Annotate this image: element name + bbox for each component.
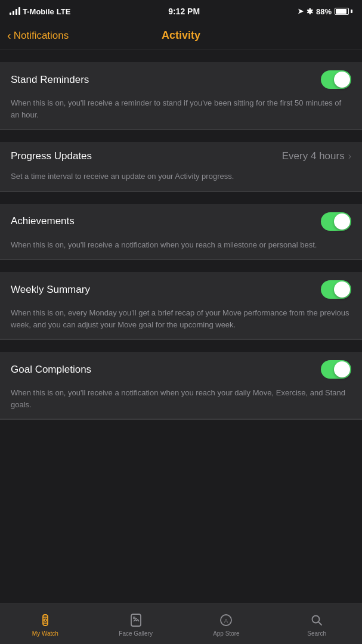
stand-reminders-row: Stand Reminders [0,62,362,97]
back-label: Notifications [14,30,69,42]
progress-updates-value: Every 4 hours › [282,150,351,162]
toggle-knob [334,281,350,298]
progress-updates-item: Progress Updates Every 4 hours › Set a t… [0,142,362,192]
svg-text:A: A [224,618,228,624]
achievements-label: Achievements [11,215,75,227]
progress-updates-value-text: Every 4 hours [282,150,345,162]
carrier-label: T-Mobile [23,7,54,16]
achievements-toggle[interactable] [321,212,351,231]
carrier-info: T-Mobile LTE [10,7,70,16]
achievements-item: Achievements When this is on, you'll rec… [0,204,362,261]
tab-face-gallery[interactable]: Face Gallery [91,607,181,642]
face-gallery-icon [128,612,144,628]
search-tab-label: Search [307,630,326,637]
toggle-knob [334,72,350,88]
weekly-summary-desc: When this is on, every Monday you'll get… [0,307,362,339]
svg-line-10 [318,622,321,625]
stand-reminders-desc: When this is on, you'll receive a remind… [0,97,362,129]
signal-icon [10,8,20,15]
weekly-summary-row: Weekly Summary [0,272,362,307]
svg-rect-0 [43,615,48,626]
weekly-summary-label: Weekly Summary [11,284,90,296]
goal-completions-desc: When this is on, you'll receive a notifi… [0,387,362,419]
tab-app-store[interactable]: A App Store [181,607,272,642]
svg-point-3 [44,619,47,621]
app-store-icon: A [218,612,234,628]
main-content: Stand Reminders When this is on, you'll … [0,50,362,603]
network-label: LTE [57,7,71,16]
battery-percent: 88% [316,7,332,16]
page-title: Activity [162,29,200,42]
tab-search[interactable]: Search [271,607,362,642]
goal-completions-toggle[interactable] [321,360,351,379]
settings-section: Stand Reminders When this is on, you'll … [0,62,362,420]
my-watch-tab-label: My Watch [32,630,58,637]
goal-completions-label: Goal Completions [11,364,91,376]
search-icon [308,612,325,628]
location-icon: ➤ [298,7,304,16]
tab-my-watch[interactable]: My Watch [0,607,91,642]
bluetooth-icon: ✱ [307,7,313,16]
my-watch-icon [37,612,54,628]
progress-updates-chevron-icon: › [348,151,351,162]
progress-updates-row[interactable]: Progress Updates Every 4 hours › [0,142,362,171]
weekly-summary-item: Weekly Summary When this is on, every Mo… [0,272,362,340]
app-store-tab-label: App Store [213,630,239,637]
back-chevron-icon: ‹ [7,29,11,42]
stand-reminders-toggle[interactable] [321,70,351,89]
progress-updates-desc: Set a time interval to receive an update… [0,171,362,191]
time-label: 9:12 PM [168,7,200,16]
tab-bar: My Watch Face Gallery A App Store [0,603,362,644]
achievements-row: Achievements [0,204,362,239]
goal-completions-item: Goal Completions When this is on, you'll… [0,352,362,420]
navigation-header: ‹ Notifications Activity [0,21,362,50]
goal-completions-row: Goal Completions [0,352,362,387]
progress-updates-label: Progress Updates [11,150,92,162]
battery-indicator [335,8,352,15]
toggle-knob [334,213,350,230]
stand-reminders-label: Stand Reminders [11,74,89,86]
stand-reminders-item: Stand Reminders When this is on, you'll … [0,62,362,130]
face-gallery-tab-label: Face Gallery [119,630,153,637]
weekly-summary-toggle[interactable] [321,280,351,299]
achievements-desc: When this is on, you'll receive a notifi… [0,239,362,260]
toggle-knob [334,361,350,377]
status-right: ➤ ✱ 88% [298,7,352,16]
status-bar: T-Mobile LTE 9:12 PM ➤ ✱ 88% [0,0,362,21]
back-button[interactable]: ‹ Notifications [7,29,69,42]
